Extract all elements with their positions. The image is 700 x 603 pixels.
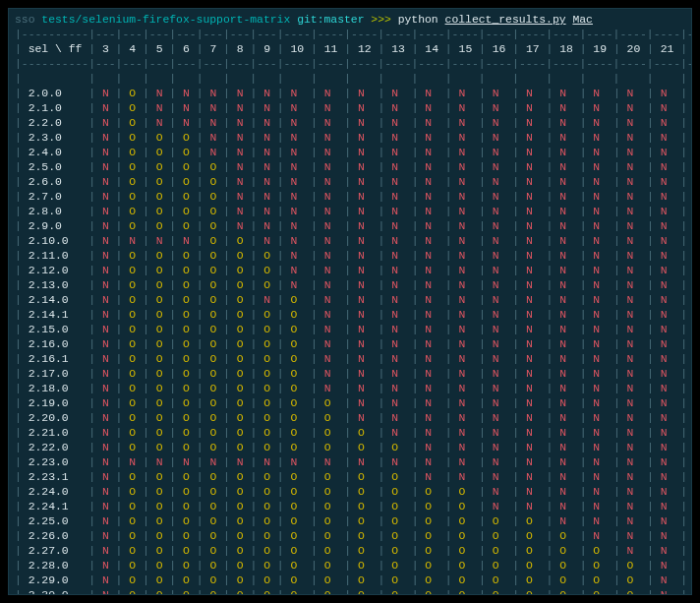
- terminal-frame: sso tests/selenium-firefox-support-matri…: [0, 0, 700, 603]
- terminal-output: sso tests/selenium-firefox-support-matri…: [8, 8, 692, 595]
